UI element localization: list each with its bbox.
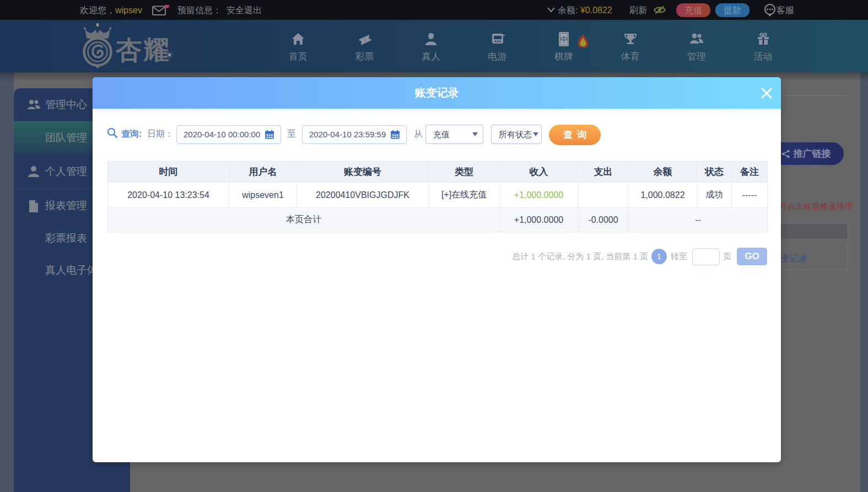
svg-text:中: 中 (560, 35, 568, 44)
